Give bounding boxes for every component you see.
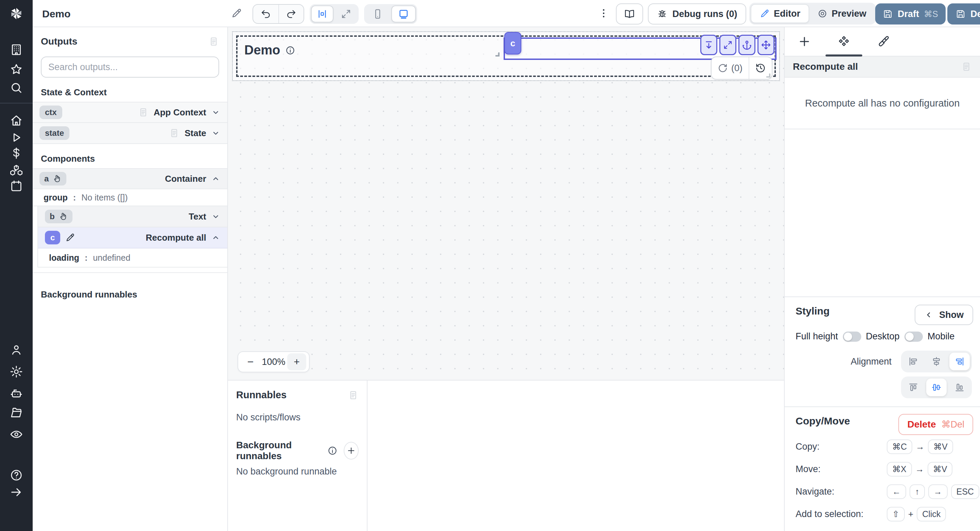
editor-pencil-icon — [759, 8, 770, 19]
tab-editor[interactable]: Editor — [751, 4, 809, 23]
group-kv-row[interactable]: group : No items ([]) — [33, 189, 227, 206]
app-canvas[interactable]: Demo c — [228, 27, 784, 380]
tab-theme[interactable] — [864, 27, 903, 56]
arrow-down-to-line-button[interactable] — [700, 35, 717, 55]
align-bottom-button[interactable] — [950, 378, 970, 396]
tab-preview[interactable]: Preview — [809, 4, 875, 23]
component-a-id: a — [44, 174, 49, 183]
info-icon[interactable] — [285, 45, 295, 56]
full-width-button[interactable] — [335, 5, 357, 22]
component-row-b[interactable]: b Text — [38, 206, 227, 227]
nav-sidebar — [0, 0, 33, 531]
component-action-buttons — [700, 35, 775, 55]
history-button[interactable] — [749, 57, 772, 79]
edit-title-pencil-icon[interactable] — [231, 8, 242, 19]
runnables-doc-icon[interactable] — [348, 390, 359, 401]
component-doc-icon[interactable] — [961, 61, 972, 72]
ctx-type: App Context — [153, 107, 206, 118]
chevron-up-icon[interactable] — [211, 174, 221, 183]
align-center-horizontal-button[interactable] — [926, 352, 947, 370]
move-component-button[interactable] — [757, 35, 775, 55]
chevron-down-icon[interactable] — [211, 128, 221, 138]
bug-icon — [657, 8, 668, 19]
component-a-badge: a — [40, 172, 66, 185]
app-container-outline[interactable]: Demo c — [232, 31, 780, 81]
component-row-c-selected[interactable]: c Recompute all — [38, 227, 227, 249]
windmill-logo[interactable] — [0, 0, 33, 27]
add-background-runnable-button[interactable] — [344, 442, 359, 459]
search-outputs-input[interactable] — [41, 56, 219, 78]
expand-component-button[interactable] — [719, 35, 737, 55]
align-right-button[interactable] — [950, 352, 970, 370]
vertical-alignment-group — [901, 376, 972, 398]
workers-robot-icon[interactable] — [10, 387, 23, 400]
mobile-preview-button[interactable] — [366, 5, 390, 22]
anchor-component-button[interactable] — [738, 35, 756, 55]
edit-pencil-icon[interactable] — [65, 233, 75, 243]
outputs-doc-icon[interactable] — [208, 36, 219, 47]
info-icon[interactable] — [327, 446, 337, 456]
styling-section: Styling Show Full height Desktop Mobile … — [785, 297, 980, 407]
help-icon[interactable] — [10, 468, 23, 482]
schedules-icon[interactable] — [10, 179, 23, 193]
show-styling-button[interactable]: Show — [915, 305, 973, 325]
zoom-out-button[interactable]: − — [241, 353, 260, 370]
chevron-down-icon[interactable] — [211, 108, 221, 117]
tab-component-settings[interactable] — [824, 27, 864, 56]
group-key: group — [43, 193, 68, 203]
docs-button[interactable] — [616, 3, 643, 24]
align-top-icon — [908, 382, 918, 392]
chevron-up-icon[interactable] — [211, 233, 221, 242]
state-row[interactable]: state State — [33, 123, 227, 144]
refresh-button[interactable]: (0) — [711, 57, 749, 79]
container-a-outline[interactable]: Demo c — [236, 35, 776, 77]
delete-button[interactable]: Delete ⌘Del — [898, 414, 973, 435]
runs-icon[interactable] — [10, 131, 23, 144]
tab-insert-component[interactable] — [785, 27, 824, 56]
horizontal-alignment-group — [901, 351, 972, 372]
search-icon[interactable] — [10, 81, 23, 95]
loading-kv-row[interactable]: loading : undefined — [38, 249, 227, 268]
align-left-icon — [908, 356, 918, 367]
align-left-button[interactable] — [903, 352, 924, 370]
folders-icon[interactable] — [10, 406, 23, 419]
resize-corner[interactable] — [766, 73, 770, 78]
component-c-tag[interactable]: c — [504, 32, 521, 54]
draft-button[interactable]: Draft ⌘S — [875, 3, 946, 24]
device-preview-group — [364, 4, 417, 24]
centered-canvas-button[interactable] — [311, 5, 334, 22]
home-icon[interactable] — [10, 114, 23, 127]
kbd-cmd-c: ⌘C — [887, 439, 912, 454]
undo-button[interactable] — [253, 5, 278, 23]
more-menu-kebab-icon[interactable] — [598, 7, 610, 20]
full-height-toggle[interactable] — [843, 332, 861, 342]
workspace-icon[interactable] — [10, 43, 23, 56]
kbd-click: Click — [917, 507, 946, 521]
audit-eye-icon[interactable] — [10, 427, 23, 441]
settings-gear-icon[interactable] — [10, 365, 23, 378]
users-icon[interactable] — [10, 343, 23, 357]
zoom-in-button[interactable]: + — [287, 353, 306, 370]
debug-runs-button[interactable]: Debug runs (0) — [648, 3, 746, 24]
resize-corner[interactable] — [495, 53, 500, 56]
bottom-panel: Runnables No scripts/flows Background ru… — [228, 380, 784, 531]
state-doc-icon — [169, 128, 180, 139]
add-to-selection-label: Add to selection: — [795, 509, 887, 520]
ctx-row[interactable]: ctx App Context — [33, 102, 227, 123]
align-top-button[interactable] — [903, 378, 924, 396]
collapse-arrow-icon[interactable] — [10, 485, 23, 499]
plus-icon — [347, 446, 356, 455]
chevron-down-icon[interactable] — [211, 212, 221, 221]
favorites-icon[interactable] — [10, 63, 23, 76]
deploy-button[interactable]: Deploy — [947, 3, 980, 24]
redo-button[interactable] — [278, 5, 304, 23]
resources-icon[interactable] — [10, 163, 23, 177]
desktop-preview-button[interactable] — [391, 5, 416, 22]
kbd-arrow-right: → — [928, 484, 948, 499]
align-center-vertical-button[interactable] — [926, 378, 947, 396]
selected-component-c[interactable]: c (0) — [504, 37, 776, 60]
align-bottom-icon — [955, 382, 965, 392]
desktop-toggle[interactable] — [904, 332, 923, 342]
component-row-a[interactable]: a Container — [33, 168, 227, 189]
variables-icon[interactable] — [10, 147, 23, 160]
